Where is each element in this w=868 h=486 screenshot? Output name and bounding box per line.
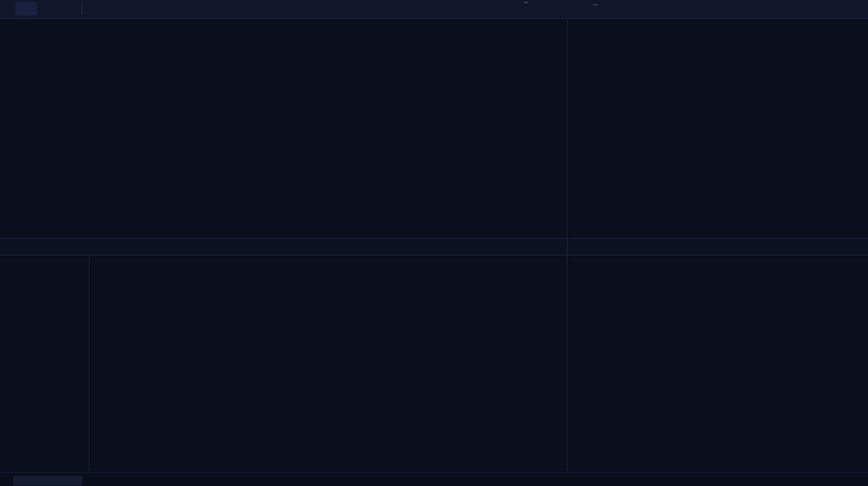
exilio-terminal (0, 0, 868, 486)
mini-multiples-chart[interactable] (568, 0, 868, 238)
status-strip (0, 238, 868, 256)
bottom-bar (0, 472, 868, 486)
bottom-left-divider (89, 257, 89, 471)
flow-charts[interactable] (89, 256, 570, 472)
main-vertical-divider (567, 20, 568, 471)
bottom-toolbar (13, 476, 82, 485)
main-candlestick-chart[interactable] (0, 0, 568, 238)
